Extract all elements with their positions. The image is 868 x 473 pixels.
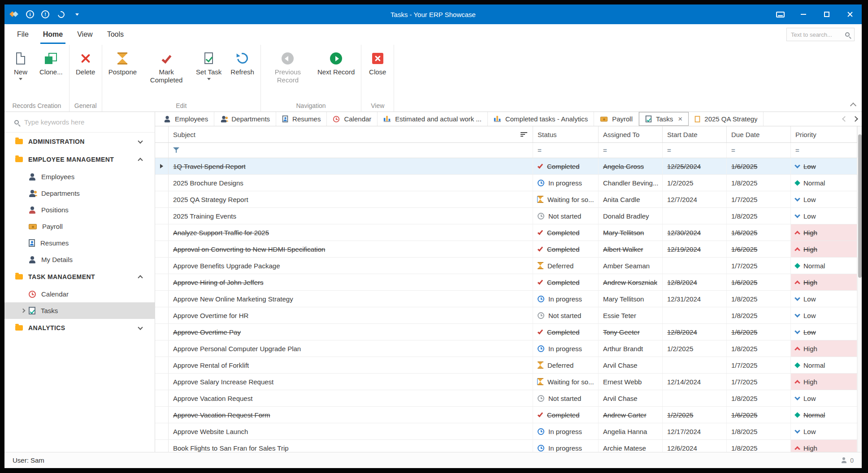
delete-button[interactable]: Delete [71, 49, 100, 78]
set-task-button[interactable]: Set Task [191, 49, 226, 82]
sidebar-item-my-details[interactable]: My Details [4, 251, 155, 268]
minimize-button[interactable] [792, 4, 815, 24]
tab-2025-qa-strategy-report[interactable]: 2025 QA Strategy Report [689, 112, 764, 126]
mark-completed-button[interactable]: Mark Completed [141, 49, 191, 86]
sidebar-section-administration[interactable]: ADMINISTRATION [4, 133, 155, 150]
new-button[interactable]: New [6, 49, 35, 82]
column-header-due[interactable]: Due Date [727, 126, 791, 142]
info-icon[interactable] [26, 10, 34, 18]
sidebar-item-departments[interactable]: Departments [4, 185, 155, 202]
chevron-right-icon [21, 309, 26, 313]
tab-employees[interactable]: Employees [158, 112, 214, 126]
chevron-up-icon [794, 247, 800, 253]
cell-subject: 1Q Travel Spend Report [169, 158, 533, 174]
alert-icon[interactable] [41, 10, 49, 18]
diamond-icon [794, 412, 800, 418]
cell-priority: Low [791, 208, 857, 224]
scrollbar-thumb[interactable] [858, 134, 862, 278]
column-header-start[interactable]: Start Date [663, 126, 727, 142]
tab-resumes[interactable]: Resumes [276, 112, 327, 126]
cell-assigned-to: Arthur Brandt [599, 340, 663, 357]
column-header-priority[interactable]: Priority [791, 126, 857, 142]
previous-record-button[interactable]: Previous Record [263, 49, 313, 86]
sidebar-section-analytics[interactable]: ANALYTICS [4, 319, 155, 337]
cell-subject: Approve Salary Increase Request [169, 374, 533, 390]
ribbon-collapse-button[interactable] [850, 103, 856, 109]
task-row[interactable]: Approve Website LaunchIn progressAngelia… [155, 423, 857, 440]
sidebar-item-positions[interactable]: Positions [4, 202, 155, 218]
scroll-tabs-right-icon[interactable] [852, 116, 858, 122]
task-row[interactable]: Approval on Converting to New HDMI Speci… [155, 241, 857, 258]
sidebar-section-task-management[interactable]: TASK MANAGEMENT [4, 268, 155, 286]
task-row[interactable]: Approve Rental of ForkliftDeferredArvil … [155, 357, 857, 374]
close-button[interactable]: Close [363, 49, 392, 78]
tab-tasks[interactable]: Tasks× [639, 112, 689, 126]
task-row[interactable]: Approve Benefits Upgrade PackageDeferred… [155, 258, 857, 274]
task-row[interactable]: Analyze Support Traffic for 2025Complete… [155, 224, 857, 241]
touch-panel-button[interactable] [768, 4, 792, 24]
close-box-icon [372, 53, 383, 64]
task-row[interactable]: Approve New Online Marketing StrategyIn … [155, 291, 857, 307]
close-tab-icon[interactable]: × [678, 115, 682, 123]
task-row[interactable]: Approve Overtime PayCompletedTony Geeter… [155, 324, 857, 340]
column-header-status[interactable]: Status [533, 126, 599, 142]
refresh-icon[interactable] [56, 10, 65, 19]
maximize-button[interactable] [815, 4, 838, 24]
waiting-icon [538, 378, 543, 385]
ribbon-search-input[interactable] [787, 31, 840, 38]
sidebar-item-calendar[interactable]: Calendar [4, 286, 155, 302]
filter-cell-subject[interactable] [169, 143, 533, 158]
task-row[interactable]: 1Q Travel Spend ReportCompletedAngela Gr… [155, 158, 857, 175]
menu-home[interactable]: Home [36, 24, 70, 45]
scroll-tabs-left-icon[interactable] [842, 116, 848, 122]
filter-cell-due[interactable]: = [727, 143, 791, 158]
menu-file[interactable]: File [10, 24, 36, 45]
set-task-icon [204, 52, 213, 64]
column-header-subject[interactable]: Subject [169, 126, 533, 142]
sidebar-item-employees[interactable]: Employees [4, 168, 155, 185]
sidebar-section-employee-management[interactable]: EMPLOYEE MANAGEMENT [4, 150, 155, 168]
filter-cell-start[interactable]: = [663, 143, 727, 158]
tab-calendar[interactable]: Calendar [327, 112, 378, 126]
task-row[interactable]: Approve Vacation Request FormCompletedAn… [155, 407, 857, 423]
sidebar-item-payroll[interactable]: Payroll [4, 218, 155, 235]
task-row[interactable]: Book Flights to San Fran for Sales TripI… [155, 440, 857, 452]
clone-button[interactable]: Clone... [35, 49, 67, 78]
task-row[interactable]: 2025 Training EventsNot startedDonald Br… [155, 208, 857, 224]
next-record-button[interactable]: Next Record [313, 49, 359, 78]
tab-departments[interactable]: Departments [214, 112, 276, 126]
sidebar-search-input[interactable] [24, 118, 132, 126]
sidebar-item-resumes[interactable]: Resumes [4, 235, 155, 251]
cell-due-date: 1/8/2025 [727, 208, 791, 224]
filter-cell-assigned[interactable]: = [599, 143, 663, 158]
column-header-assigned[interactable]: Assigned To [599, 126, 663, 142]
tab-estimated-and-actual-work[interactable]: Estimated and actual work ... [378, 112, 488, 126]
refresh-button[interactable]: Refresh [226, 49, 259, 78]
sidebar-item-tasks[interactable]: Tasks [4, 302, 155, 319]
not-started-icon [538, 312, 544, 319]
task-row[interactable]: 2025 QA Strategy ReportWaiting for so...… [155, 191, 857, 208]
vertical-scrollbar[interactable] [857, 126, 862, 452]
qat-customize-caret-icon[interactable] [73, 10, 82, 19]
resume-icon [282, 116, 288, 122]
row-indicator [155, 374, 169, 390]
task-row[interactable]: Approve Hiring of John JeffersCompletedA… [155, 274, 857, 291]
statusbar-user: User: Sam [13, 456, 44, 464]
menu-view[interactable]: View [70, 24, 100, 45]
tab-completed-tasks-analytics[interactable]: Completed tasks - Analytics [488, 112, 594, 126]
user-count-icon [841, 457, 847, 463]
row-indicator [155, 258, 169, 274]
menu-tools[interactable]: Tools [100, 24, 131, 45]
close-button[interactable] [838, 4, 862, 24]
filter-cell-priority[interactable]: = [791, 143, 857, 158]
task-row[interactable]: Approve Vacation RequestNot startedArvil… [155, 390, 857, 407]
ribbon-group-records-creation: NewClone...Records Creation [4, 45, 69, 112]
task-row[interactable]: Approve Personal Computer Upgrade PlanIn… [155, 340, 857, 357]
diamond-icon [794, 180, 800, 186]
postpone-button[interactable]: Postpone [104, 49, 141, 78]
task-row[interactable]: 2025 Brochure DesignsIn progressChandler… [155, 175, 857, 191]
filter-cell-status[interactable]: = [533, 143, 599, 158]
task-row[interactable]: Approve Salary Increase RequestWaiting f… [155, 374, 857, 390]
task-row[interactable]: Approve Overtime for HRNot startedEssie … [155, 307, 857, 324]
tab-payroll[interactable]: Payroll [594, 112, 639, 126]
